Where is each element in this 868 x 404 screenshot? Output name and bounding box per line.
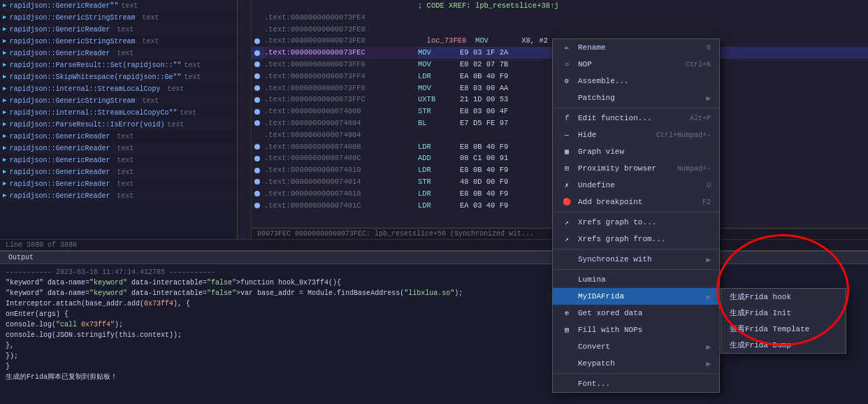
menu-shortcut: Numpad+-: [677, 165, 711, 173]
submenu-arrow: ▶: [706, 292, 711, 301]
menu-item-rename[interactable]: ✏ Rename N: [553, 39, 719, 56]
menu-item-fill-with-nops[interactable]: ▤ Fill with NOPs: [553, 322, 719, 338]
function-name: rapidjson::GenericReader text: [9, 155, 133, 166]
function-type: text: [117, 168, 133, 176]
disasm-address: .text:0000000000074010: [264, 164, 418, 176]
function-icon: ▶: [3, 168, 6, 178]
function-name: rapidjson::ParseResult::IsError(void): [9, 120, 164, 130]
menu-item-xrefs-graph-to...[interactable]: ↗ Xrefs graph to...: [553, 214, 719, 231]
disasm-address: .text:00000000000073FEC: [264, 47, 418, 59]
submenu-item[interactable]: 查看Frida Template: [721, 321, 846, 337]
dot-indicator: [254, 179, 260, 185]
menu-label: Add breakpoint: [578, 198, 694, 206]
menu-label: Font...: [578, 380, 711, 388]
menu-item-edit-function...[interactable]: f Edit function... Alt+P: [553, 110, 719, 127]
disasm-row[interactable]: .text:00000000000073FE4: [252, 12, 868, 24]
menu-item-font...[interactable]: Font...: [553, 375, 719, 392]
disasm-address: .text:00000000000073FF4: [264, 71, 418, 82]
menu-item-hide[interactable]: — Hide Ctrl+Numpad+-: [553, 127, 719, 143]
menu-icon: 🔴: [561, 196, 572, 208]
menu-icon: ○: [561, 59, 572, 70]
function-type: text: [167, 120, 184, 130]
string-literal: "keyword": [89, 279, 127, 287]
location-label: loc_73FE8: [418, 35, 475, 47]
menu-item-convert[interactable]: Convert ▶: [553, 338, 719, 355]
submenu-item[interactable]: 生成Frida Init: [721, 305, 846, 321]
menu-label: Synchronize with: [578, 255, 700, 264]
menu-item-xrefs-graph-from...[interactable]: ↗ Xrefs graph from...: [553, 231, 719, 247]
function-list-item[interactable]: ▶ rapidjson::GenericReader text: [0, 166, 237, 178]
menu-shortcut: N: [707, 44, 711, 52]
function-list-item[interactable]: ▶ rapidjson::GenericStringStream text: [0, 95, 237, 107]
function-list-item[interactable]: ▶ rapidjson::GenericReader text: [0, 143, 237, 154]
function-list-item[interactable]: ▶ rapidjson::GenericReader text: [0, 190, 237, 202]
menu-item-synchronize-with[interactable]: Synchronize with ▶: [553, 251, 719, 268]
menu-item-proximity-browser[interactable]: ⊞ Proximity browser Numpad+-: [553, 160, 719, 177]
menu-shortcut: Ctrl+N: [686, 61, 711, 68]
function-icon: ▶: [3, 61, 6, 71]
function-type: text: [117, 180, 133, 188]
menu-label: Get xored data: [578, 309, 711, 317]
menu-item-undefine[interactable]: ✗ Undefine U: [553, 177, 719, 194]
function-name: rapidjson::GenericReader text: [9, 131, 133, 142]
context-menu: ✏ Rename N ○ NOP Ctrl+N ⚙ Assemble... Pa…: [552, 38, 720, 393]
menu-item-get-xored-data[interactable]: ⊕ Get xored data: [553, 305, 719, 322]
function-type: text: [142, 14, 159, 22]
hex-number: 0x73ff4: [144, 300, 173, 308]
function-type: text: [117, 145, 133, 152]
function-list-item[interactable]: ▶ rapidjson::GenericReader text: [0, 154, 237, 166]
function-list-panel: ▶ rapidjson::GenericReader"" text ▶ rapi…: [0, 0, 238, 239]
menu-icon: [561, 92, 572, 103]
menu-item-lumina[interactable]: Lumina: [553, 271, 719, 288]
disasm-mnemonic: LDR: [418, 188, 460, 200]
function-list-item[interactable]: ▶ rapidjson::GenericStringStream text: [0, 36, 237, 48]
function-list-item[interactable]: ▶ rapidjson::GenericReader text: [0, 131, 237, 143]
disasm-mnemonic: MOV: [418, 47, 460, 59]
menu-label: Xrefs graph from...: [578, 235, 711, 243]
disasm-mnemonic: STR: [418, 106, 460, 117]
disasm-mnemonic: LDR: [418, 200, 460, 212]
disasm-address: .text:00000000000073FE4: [264, 12, 418, 24]
menu-label: Edit function...: [578, 114, 681, 122]
function-icon: ▶: [3, 132, 6, 142]
function-icon: ▶: [3, 108, 6, 118]
disasm-row[interactable]: .text:00000000000073FE8: [252, 24, 868, 36]
menu-item-keypatch[interactable]: Keypatch ▶: [553, 355, 719, 372]
function-type: text: [180, 108, 196, 118]
output-tab[interactable]: Output: [0, 252, 868, 264]
menu-item-graph-view[interactable]: ▦ Graph view: [553, 143, 719, 160]
function-list-item[interactable]: ▶ rapidjson::ParseResult::IsError(void) …: [0, 119, 237, 131]
function-list-item[interactable]: ▶ rapidjson::GenericReader text: [0, 24, 237, 36]
menu-item-patching[interactable]: Patching ▶: [553, 89, 719, 106]
disasm-operands: X8, #2: [517, 35, 548, 47]
disasm-address: .text:00000000000073FF0: [264, 59, 418, 71]
disasm-address: .text:000000000007401C: [264, 200, 418, 212]
disasm-address: .text:00000000000073FFC: [264, 94, 418, 106]
function-name: rapidjson::internal::StreamLocalCopy tex…: [9, 84, 184, 94]
function-list-item[interactable]: ▶ rapidjson::GenericReader text: [0, 48, 237, 59]
function-list-item[interactable]: ▶ rapidjson::SkipWhitespace(rapidjson::G…: [0, 71, 237, 83]
menu-item-nop[interactable]: ○ NOP Ctrl+N: [553, 56, 719, 73]
function-name: rapidjson::GenericReader text: [9, 143, 133, 154]
function-list-item[interactable]: ▶ rapidjson::ParseResult::Set(rapidjson:…: [0, 59, 237, 71]
disasm-address: .text:00000000000073FF8: [264, 82, 418, 94]
function-list-item[interactable]: ▶ rapidjson::GenericReader"" text: [0, 0, 237, 12]
function-list-item[interactable]: ▶ rapidjson::internal::StreamLocalCopy t…: [0, 83, 237, 95]
function-icon: ▶: [3, 37, 6, 47]
function-name: rapidjson::GenericStringStream text: [9, 96, 159, 106]
menu-item-assemble...[interactable]: ⚙ Assemble...: [553, 73, 719, 89]
function-type: text: [184, 72, 201, 82]
submenu-item[interactable]: 生成Frida Dump: [721, 337, 846, 353]
function-list-item[interactable]: ▶ rapidjson::internal::StreamLocalCopyCo…: [0, 107, 237, 119]
string-literal: "libxlua.so": [404, 289, 454, 297]
function-name: rapidjson::internal::StreamLocalCopyCo"": [9, 108, 177, 118]
submenu-arrow: ▶: [706, 255, 711, 264]
menu-item-add-breakpoint[interactable]: 🔴 Add breakpoint F2: [553, 194, 719, 210]
submenu-item[interactable]: 生成Frida hook: [721, 289, 846, 305]
menu-item-myidafrida[interactable]: MyIDAFrida ▶: [553, 288, 719, 305]
function-list-item[interactable]: ▶ rapidjson::GenericReader text: [0, 178, 237, 190]
disasm-mnemonic: LDR: [418, 71, 460, 82]
disasm-operands: 08 C1 00 91: [460, 152, 508, 164]
menu-label: Lumina: [578, 275, 711, 284]
function-list-item[interactable]: ▶ rapidjson::GenericStringStream text: [0, 12, 237, 24]
